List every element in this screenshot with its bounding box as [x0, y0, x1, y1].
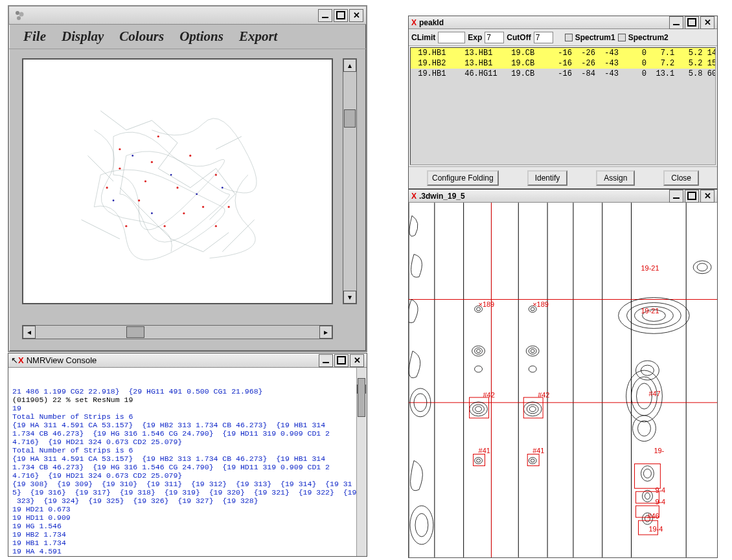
console-line: {19 308} {19 309} {19 310} {19 311} {19 … — [12, 480, 363, 488]
svg-point-23 — [138, 199, 140, 201]
menu-file[interactable]: File — [23, 28, 46, 45]
console-minimize-button[interactable] — [319, 354, 333, 367]
peakid-titlebar[interactable]: X peakId — [409, 16, 717, 29]
svg-point-60 — [472, 346, 485, 356]
anno: 19-21 — [641, 307, 659, 315]
svg-point-72 — [529, 348, 536, 354]
vscroll-thumb[interactable] — [344, 109, 356, 128]
spectrum-minimize-button[interactable] — [669, 190, 683, 203]
peakid-title: peakId — [419, 18, 444, 27]
console-maximize-button[interactable] — [334, 354, 349, 367]
spectrum-titlebar[interactable]: X .3dwin_19_5 — [409, 190, 717, 203]
spectrum-close-button[interactable] — [700, 190, 715, 203]
menu-colours[interactable]: Colours — [119, 28, 164, 45]
svg-point-97 — [693, 261, 711, 274]
svg-point-32 — [183, 212, 185, 214]
svg-point-77 — [529, 407, 536, 412]
peak-row[interactable]: 19.HB2 13.HB1 19.CB -16 -26 -43 0 7.2 5.… — [411, 58, 715, 69]
peak-row[interactable]: 19.HB1 46.HG11 19.CB -16 -84 -43 0 13.1 … — [411, 69, 715, 79]
anno: 19- — [654, 447, 664, 454]
spectrum-window: X .3dwin_19_5 — [408, 189, 718, 558]
spectrum-maximize-button[interactable] — [685, 190, 699, 203]
console-window: ↖ X NMRView Console 21 486 1.199 CG2 22.… — [8, 353, 367, 557]
console-scrollbar[interactable]: ▴ — [356, 368, 367, 556]
x-logo-icon: X — [411, 192, 417, 201]
svg-point-19 — [119, 148, 120, 150]
peakid-close-action-button[interactable]: Close — [663, 170, 699, 186]
svg-point-20 — [151, 161, 153, 163]
anno: #46 — [647, 512, 659, 520]
scroll-down-button[interactable]: ▾ — [343, 291, 356, 304]
svg-line-4 — [126, 120, 152, 130]
scroll-right-button[interactable]: ▸ — [319, 326, 332, 339]
peakid-table[interactable]: 19.HB1 13.HB1 19.CB -16 -26 -43 0 7.1 5.… — [410, 47, 716, 165]
console-line: 1.734 CB 46.273} {19 HG 316 1.546 CG 24.… — [12, 463, 363, 471]
console-line: 323} {19 324} {19 325} {19 326} {19 327}… — [12, 497, 363, 505]
spectrum2-checkbox[interactable] — [618, 34, 626, 41]
svg-point-98 — [697, 263, 707, 271]
exp-input[interactable] — [485, 32, 504, 43]
molecule-vscrollbar[interactable]: ▴ ▾ — [343, 58, 357, 304]
scroll-up-button[interactable]: ▴ — [343, 59, 356, 72]
svg-point-89 — [633, 416, 656, 442]
svg-point-34 — [119, 168, 120, 170]
assign-button[interactable]: Assign — [596, 170, 635, 186]
console-output[interactable]: 21 486 1.199 CG2 22.918} {29 HG11 491 0.… — [8, 368, 367, 556]
svg-point-25 — [164, 225, 166, 227]
molecule-titlebar[interactable] — [9, 6, 366, 25]
svg-point-57 — [415, 513, 428, 537]
svg-rect-99 — [470, 398, 489, 418]
svg-point-90 — [638, 421, 651, 436]
svg-point-30 — [157, 135, 159, 137]
spectrum1-checkbox[interactable] — [565, 34, 573, 41]
hscroll-thumb[interactable] — [126, 326, 144, 338]
anno: 19-4 — [648, 525, 663, 533]
svg-point-68 — [477, 459, 481, 462]
svg-point-27 — [228, 206, 230, 208]
console-close-button[interactable] — [350, 354, 364, 367]
molecule-canvas[interactable] — [22, 58, 333, 304]
console-line: Total Number of Strips is 6 — [12, 446, 363, 454]
identify-button[interactable]: Identify — [527, 170, 568, 186]
peakid-controls: CLimit Exp CutOff Spectrum1 Spectrum2 — [409, 29, 717, 46]
svg-point-73 — [531, 350, 534, 353]
svg-line-15 — [87, 155, 113, 181]
svg-point-56 — [410, 506, 433, 544]
anno: ×189 — [532, 300, 549, 308]
cutoff-label: CutOff — [507, 33, 531, 42]
cutoff-input[interactable] — [534, 32, 553, 43]
minimize-button[interactable] — [318, 9, 332, 22]
svg-point-75 — [523, 402, 542, 416]
spectrum-canvas[interactable]: 19-21 ×189 ×189 19-21 #42 #42 #47 #41 #4… — [409, 203, 717, 557]
svg-point-92 — [643, 469, 651, 478]
molecule-hscrollbar[interactable]: ◂ ▸ — [22, 325, 333, 339]
peakid-maximize-button[interactable] — [685, 16, 699, 29]
menu-options[interactable]: Options — [179, 28, 223, 45]
console-scroll-thumb[interactable] — [358, 378, 365, 417]
climit-input[interactable] — [438, 32, 465, 43]
console-line: {19 HA 311 4.591 CA 53.157} {19 HB2 313 … — [12, 454, 363, 463]
peak-row[interactable]: 19.HB1 13.HB1 19.CB -16 -26 -43 0 7.1 5.… — [411, 48, 715, 58]
svg-point-37 — [196, 193, 198, 195]
svg-point-63 — [475, 366, 483, 372]
cursor-icon: ↖ — [11, 355, 18, 365]
peakid-minimize-button[interactable] — [669, 16, 683, 29]
menu-display[interactable]: Display — [62, 28, 104, 45]
scroll-left-button[interactable]: ◂ — [23, 326, 36, 339]
svg-point-21 — [176, 186, 178, 188]
peak-row-text: 19.HB1 46.HG11 19.CB -16 -84 -43 0 13.1 … — [411, 69, 716, 78]
svg-line-16 — [216, 137, 242, 150]
close-button[interactable] — [349, 9, 363, 22]
console-titlebar[interactable]: ↖ X NMRView Console — [8, 353, 367, 368]
svg-line-11 — [120, 188, 146, 214]
console-line: Total Number of Strips is 6 — [12, 412, 363, 421]
configure-folding-button[interactable]: Configure Folding — [427, 170, 499, 186]
maximize-button[interactable] — [334, 9, 348, 22]
anno: 9-4 — [655, 498, 665, 506]
svg-point-40 — [113, 199, 115, 201]
console-line: 19 HD11 0.909 — [12, 513, 363, 522]
menu-export[interactable]: Export — [239, 28, 278, 45]
console-line: 19 HA 4.591 — [12, 547, 363, 555]
anno: ×189 — [479, 300, 495, 308]
peakid-close-button[interactable] — [700, 16, 715, 29]
